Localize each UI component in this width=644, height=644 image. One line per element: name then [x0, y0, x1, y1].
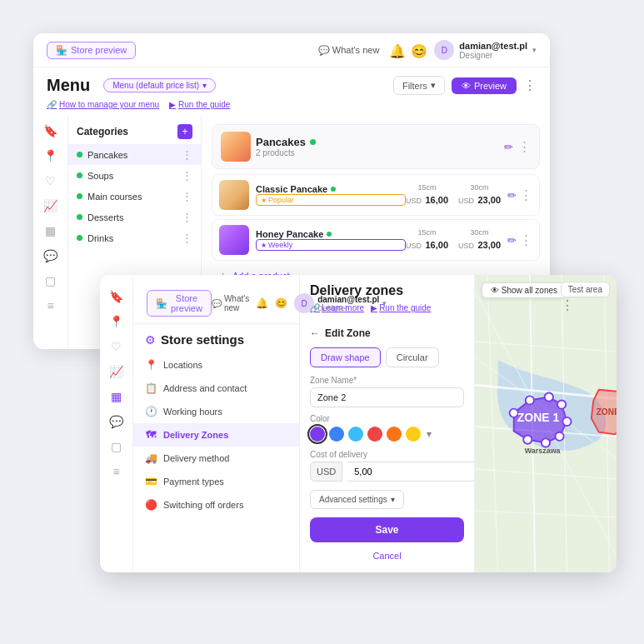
color-expand-icon[interactable]: ▾ [427, 428, 432, 440]
store-preview-button[interactable]: 🏪 Store preview [47, 42, 136, 59]
weekly-badge: ★ Weekly [256, 239, 406, 251]
section-status-dot [310, 139, 316, 145]
sidebar-icon-heart[interactable]: ♡ [108, 338, 125, 355]
cat-more-icon[interactable]: ⋮ [182, 211, 192, 223]
color-blue-light[interactable] [348, 427, 363, 442]
filters-button[interactable]: Filters ▾ [393, 76, 445, 95]
cost-input[interactable] [347, 462, 474, 482]
svg-point-20 [523, 436, 532, 444]
sidebar-icon-box[interactable]: ▢ [108, 438, 125, 455]
more-options-icon[interactable]: ⋮ [518, 139, 531, 154]
edit-icon[interactable]: ✏ [504, 141, 513, 153]
menu-tag-dropdown[interactable]: Menu (default price list) ▾ [103, 78, 216, 92]
cancel-button[interactable]: Cancel [310, 547, 464, 564]
whats-new[interactable]: 💬 What's new [318, 45, 380, 56]
cat-more-icon[interactable]: ⋮ [182, 190, 192, 202]
run-guide-link-2[interactable]: ▶ Run the guide [371, 303, 431, 312]
sidebar-icon-heart[interactable]: ♡ [42, 172, 59, 189]
sidebar-icon-chat[interactable]: 💬 [108, 413, 125, 430]
sidebar-icon-bookmark[interactable]: 🔖 [42, 122, 59, 139]
nav-item-locations[interactable]: 📍 Locations [133, 353, 299, 377]
svg-point-18 [555, 432, 563, 441]
zone-name-input[interactable] [310, 387, 464, 407]
color-red[interactable] [367, 427, 382, 442]
nav-item-payment[interactable]: 💳 Payment types [133, 470, 299, 493]
draw-shape-button[interactable]: Draw shape [310, 347, 381, 367]
star-icon: ★ [261, 197, 267, 204]
product-edit-icon[interactable]: ✏ [507, 234, 517, 247]
nav-item-delivery-method[interactable]: 🚚 Delivery method [133, 447, 299, 470]
user-email: damian@test.pl [459, 41, 527, 51]
power-icon: 🔴 [145, 499, 157, 511]
eye-icon: 👁 [462, 81, 471, 91]
run-guide-link[interactable]: ▶ Run the guide [169, 100, 230, 109]
play-icon: ▶ [371, 303, 377, 312]
eye-icon: 👁 [491, 286, 499, 295]
color-orange[interactable] [387, 427, 402, 442]
sidebar-icon-location[interactable]: 📍 [108, 313, 125, 330]
topbar: 🏪 Store preview 💬 What's new 🔔 😊 D damia… [33, 33, 550, 67]
cat-more-icon[interactable]: ⋮ [182, 169, 192, 182]
test-area-button[interactable]: Test area [561, 282, 610, 297]
sidebar-icon-location[interactable]: 📍 [42, 147, 59, 164]
sidebar-icon-chart[interactable]: 📈 [42, 197, 59, 214]
cat-status-dot [77, 235, 82, 241]
sidebar-icon-grid[interactable]: ▦ [42, 222, 59, 239]
save-button[interactable]: Save [310, 517, 464, 542]
product-more-icon[interactable]: ⋮ [520, 187, 532, 202]
sidebar-icon-bookmark[interactable]: 🔖 [108, 288, 125, 305]
category-item-drinks[interactable]: Drinks ⋮ [68, 227, 201, 248]
product-more-icon[interactable]: ⋮ [520, 232, 532, 247]
sidebar-icon-chart[interactable]: 📈 [108, 363, 125, 380]
smiley-icon[interactable]: 😊 [275, 297, 287, 309]
bell-icon[interactable]: 🔔 [256, 297, 268, 309]
learn-more-link[interactable]: 🔗 Learn more [310, 303, 364, 312]
nav-item-delivery-zones[interactable]: 🗺 Delivery Zones [133, 423, 299, 447]
smiley-icon[interactable]: 😊 [411, 43, 424, 57]
category-item-pancakes[interactable]: Pancakes ⋮ [68, 144, 201, 165]
color-blue-dark[interactable] [329, 427, 344, 442]
page-title: Menu [47, 76, 90, 95]
color-purple[interactable] [310, 427, 325, 442]
user-details: damian@test.pl Designer [459, 41, 527, 60]
sidebar-icon-chat[interactable]: 💬 [42, 247, 59, 264]
settings-sidebar-icons: 🔖 📍 ♡ 📈 ▦ 💬 ▢ ≡ [100, 275, 133, 572]
nav-item-switching-off[interactable]: 🔴 Switching off orders [133, 493, 299, 517]
bell-icon[interactable]: 🔔 [389, 43, 402, 57]
svg-point-14 [526, 396, 534, 404]
whats-new-2[interactable]: 💬 What's new [212, 294, 249, 312]
show-all-zones-button[interactable]: 👁 Show all zones [482, 282, 567, 298]
currency-label: USD [310, 462, 342, 482]
product-thumbnail [219, 225, 249, 255]
cat-more-icon[interactable]: ⋮ [182, 148, 192, 161]
user-info: D damian@test.pl Designer ▾ [434, 40, 537, 60]
chevron-down-icon[interactable]: ▾ [532, 46, 537, 54]
color-swatches: ▾ [310, 427, 464, 442]
manage-menu-link[interactable]: 🔗 How to manage your menu [47, 100, 159, 109]
nav-item-address[interactable]: 📋 Address and contact [133, 377, 299, 400]
circular-button[interactable]: Circular [386, 347, 439, 367]
product-row-classic-pancake: Classic Pancake ★ Popular 15cm USD 16,00 [212, 174, 540, 216]
product-edit-icon[interactable]: ✏ [507, 189, 517, 202]
svg-text:ZONE 2: ZONE 2 [597, 407, 617, 417]
sidebar-icon-box[interactable]: ▢ [42, 272, 59, 289]
map-more-button[interactable]: ⋮ [561, 297, 574, 313]
color-yellow[interactable] [406, 427, 421, 442]
comment-icon: 💬 [318, 45, 330, 56]
svg-point-19 [542, 438, 550, 447]
nav-item-hours[interactable]: 🕐 Working hours [133, 400, 299, 423]
advanced-settings-button[interactable]: Advanced settings ▾ [310, 490, 404, 509]
add-category-button[interactable]: + [177, 124, 192, 139]
sidebar-icon-grid[interactable]: ▦ [108, 388, 125, 405]
sidebar-icon-menu[interactable]: ≡ [108, 463, 125, 480]
category-item-main-courses[interactable]: Main courses ⋮ [68, 186, 201, 207]
category-item-soups[interactable]: Soups ⋮ [68, 165, 201, 186]
preview-button[interactable]: 👁 Preview [452, 77, 517, 94]
category-item-desserts[interactable]: Desserts ⋮ [68, 207, 201, 227]
cat-more-icon[interactable]: ⋮ [182, 232, 192, 244]
sidebar-icon-menu[interactable]: ≡ [42, 297, 59, 314]
store-preview-button-2[interactable]: 🏪 Store preview [147, 290, 212, 317]
back-arrow-icon[interactable]: ← [310, 327, 320, 339]
edit-zone-panel: ← Edit Zone Draw shape Circular Zone Nam… [300, 319, 474, 572]
more-options-button[interactable]: ⋮ [523, 77, 537, 93]
